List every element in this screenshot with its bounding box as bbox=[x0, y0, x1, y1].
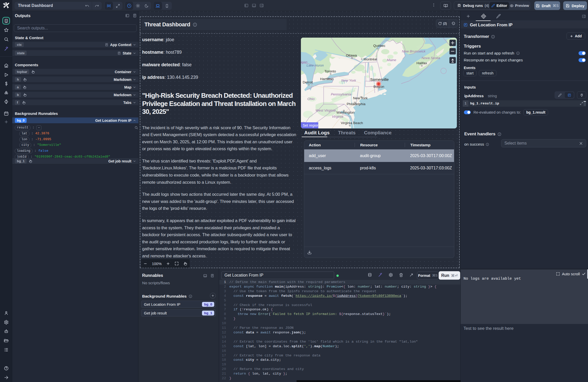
svg-text:Montréal: Montréal bbox=[364, 57, 377, 61]
svg-text:Halifax: Halifax bbox=[416, 61, 427, 65]
svg-text:Washington: Washington bbox=[336, 111, 355, 114]
svg-text:Toronto: Toronto bbox=[324, 69, 336, 73]
svg-text:Somerville: Somerville bbox=[370, 77, 389, 82]
svg-text:West Virginia: West Virginia bbox=[315, 108, 336, 112]
svg-text:Boston: Boston bbox=[374, 85, 384, 89]
svg-text:New Brunswick: New Brunswick bbox=[402, 49, 426, 53]
svg-text:Virginia Beach: Virginia Beach bbox=[341, 121, 363, 125]
svg-text:Nova Scotia: Nova Scotia bbox=[422, 56, 440, 60]
svg-text:Hamilton: Hamilton bbox=[320, 77, 334, 81]
svg-text:Québec: Québec bbox=[373, 44, 386, 48]
svg-text:New York: New York bbox=[341, 79, 356, 82]
svg-text:Philadelphia: Philadelphia bbox=[347, 102, 366, 106]
svg-text:Lake Huron: Lake Huron bbox=[307, 63, 324, 67]
svg-text:Virginia: Virginia bbox=[332, 115, 343, 118]
svg-text:Detroit: Detroit bbox=[303, 80, 313, 84]
svg-text:Ohio: Ohio bbox=[307, 97, 315, 101]
svg-text:Ottawa: Ottawa bbox=[346, 53, 357, 57]
svg-text:Maine: Maine bbox=[387, 58, 396, 62]
svg-text:Pennsylvania: Pennsylvania bbox=[331, 92, 352, 96]
svg-text:Set region: Set region bbox=[303, 123, 319, 127]
svg-text:New York: New York bbox=[353, 96, 368, 100]
